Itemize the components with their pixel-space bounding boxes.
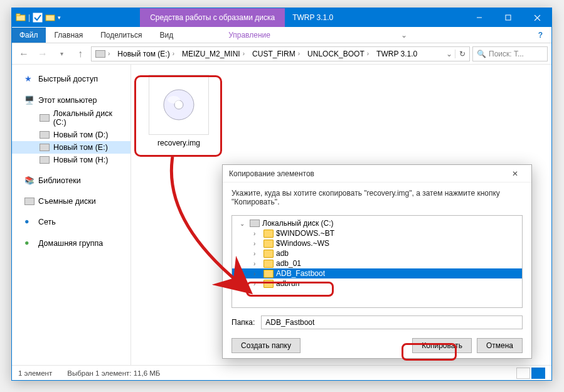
nav-quick-access[interactable]: ★Быстрый доступ (12, 72, 130, 86)
folder-icon (263, 270, 274, 278)
recent-locations-icon[interactable]: ▾ (53, 46, 70, 62)
breadcrumb[interactable]: › Новый том (E:)› MEIZU_M2_MINI› CUST_FI… (91, 46, 470, 61)
dialog-description: Укажите, куда вы хотите скопировать "rec… (223, 183, 531, 213)
disk-icon (40, 131, 50, 139)
status-count: 1 элемент (18, 369, 52, 377)
library-icon: 📚 (24, 176, 35, 186)
svg-rect-5 (506, 15, 511, 20)
svg-rect-1 (16, 14, 20, 16)
tab-manage[interactable]: Управление (220, 28, 279, 43)
disk-icon (40, 144, 50, 151)
nav-libraries[interactable]: 📚Библиотеки (12, 174, 130, 188)
cancel-button[interactable]: Отмена (477, 338, 523, 353)
folder-icon[interactable] (45, 13, 55, 23)
dialog-titlebar: Копирование элементов ✕ (223, 165, 531, 183)
folder-icon (263, 240, 274, 248)
up-button[interactable]: ↑ (72, 46, 88, 62)
folder-icon (263, 250, 274, 258)
ribbon-expand-icon[interactable]: ⌄ (392, 28, 416, 43)
network-icon: ● (24, 217, 35, 227)
svg-rect-3 (46, 15, 55, 21)
view-icons-button[interactable] (531, 368, 545, 379)
refresh-icon[interactable]: ↻ (455, 50, 469, 58)
tree-folder[interactable]: ›$Windows.~WS (232, 238, 522, 248)
tab-view[interactable]: Вид (151, 28, 182, 43)
expand-icon[interactable]: › (253, 250, 261, 257)
dialog-title: Копирование элементов (229, 169, 314, 178)
star-icon: ★ (24, 74, 35, 84)
status-bar: 1 элемент Выбран 1 элемент: 11,6 МБ (12, 365, 551, 380)
crumb-3[interactable]: UNLOCK_BOOT› (304, 47, 373, 61)
file-tab[interactable]: Файл (12, 28, 46, 43)
crumb-1[interactable]: MEIZU_M2_MINI› (178, 47, 248, 61)
expand-icon[interactable]: › (253, 260, 261, 267)
tab-home[interactable]: Главная (46, 28, 92, 43)
file-item-recovery[interactable]: recovery.img (141, 75, 216, 147)
checkbox-icon[interactable] (33, 13, 43, 23)
qat-dropdown-icon[interactable]: ▾ (58, 14, 61, 21)
disk-icon (40, 156, 50, 164)
file-name: recovery.img (141, 139, 216, 147)
disc-image-icon (149, 75, 209, 135)
quick-access-toolbar: | ▾ (12, 8, 65, 27)
view-details-button[interactable] (516, 368, 530, 379)
folder-icon (16, 13, 26, 23)
nav-drive-d[interactable]: Новый том (D:) (12, 129, 130, 141)
new-folder-button[interactable]: Создать папку (231, 338, 301, 353)
crumb-root[interactable]: Новый том (E:)› (114, 47, 178, 61)
tree-folder[interactable]: ›adbrun (232, 278, 522, 289)
copy-dialog: Копирование элементов ✕ Укажите, куда вы… (222, 164, 532, 359)
tree-folder[interactable]: ›adb (232, 248, 522, 258)
folder-icon (263, 260, 274, 268)
search-input[interactable]: 🔍 Поиск: T... (472, 46, 548, 61)
nav-drive-c[interactable]: Локальный диск (C:) (12, 107, 130, 129)
qat-sep: | (28, 13, 30, 22)
expand-icon[interactable]: › (253, 230, 261, 237)
tree-drive-c[interactable]: ⌄Локальный диск (C:) (232, 218, 522, 228)
disk-icon (24, 198, 35, 205)
crumb-2[interactable]: CUST_FIRM› (248, 47, 304, 61)
back-button[interactable]: ← (16, 46, 32, 62)
crumb-4[interactable]: TWRP 3.1.0 (373, 47, 421, 61)
nav-removable[interactable]: Съемные диски (12, 195, 130, 208)
status-selected: Выбран 1 элемент: 11,6 МБ (67, 369, 160, 377)
help-icon[interactable]: ? (529, 28, 551, 43)
tree-folder-selected[interactable]: ›ADB_Fastboot (232, 268, 522, 278)
copy-button[interactable]: Копировать (412, 338, 472, 353)
nav-homegroup[interactable]: ●Домашняя группа (12, 236, 130, 250)
folder-icon (263, 280, 274, 288)
homegroup-icon: ● (24, 238, 35, 248)
address-dropdown-icon[interactable]: ⌄ (444, 50, 455, 58)
expand-icon[interactable]: › (253, 240, 261, 247)
context-tab-header: Средства работы с образами диска (140, 8, 285, 27)
disk-icon (250, 220, 260, 227)
collapse-icon[interactable]: ⌄ (240, 220, 247, 227)
address-bar: ← → ▾ ↑ › Новый том (E:)› MEIZU_M2_MINI›… (12, 43, 551, 65)
nav-network[interactable]: ●Сеть (12, 215, 130, 229)
crumb-drive-icon[interactable]: › (92, 47, 114, 61)
tab-share[interactable]: Поделиться (92, 28, 151, 43)
folder-icon (263, 230, 274, 238)
svg-point-10 (168, 96, 180, 103)
search-icon: 🔍 (477, 50, 486, 58)
dialog-close-button[interactable]: ✕ (505, 169, 525, 178)
tree-folder[interactable]: ›adb_01 (232, 258, 522, 268)
forward-button[interactable]: → (35, 46, 51, 62)
close-button[interactable] (523, 8, 551, 27)
folder-field-row: Папка: (223, 310, 531, 334)
expand-icon[interactable]: › (253, 280, 261, 287)
nav-this-pc[interactable]: 🖥️Этот компьютер (12, 93, 130, 107)
folder-tree[interactable]: ⌄Локальный диск (C:) ›$WINDOWS.~BT ›$Win… (231, 215, 523, 308)
disk-icon (40, 114, 50, 122)
maximize-button[interactable] (494, 8, 523, 27)
titlebar: | ▾ Средства работы с образами диска TWR… (12, 8, 551, 27)
folder-name-input[interactable] (261, 315, 523, 329)
window-title: TWRP 3.1.0 (285, 8, 341, 27)
expand-icon[interactable]: › (253, 270, 261, 277)
monitor-icon: 🖥️ (24, 95, 35, 105)
nav-drive-e[interactable]: Новый том (E:) (12, 141, 130, 154)
minimize-button[interactable] (465, 8, 494, 27)
tree-folder[interactable]: ›$WINDOWS.~BT (232, 228, 522, 238)
search-placeholder: Поиск: T... (489, 50, 524, 58)
nav-drive-h[interactable]: Новый том (H:) (12, 154, 130, 166)
